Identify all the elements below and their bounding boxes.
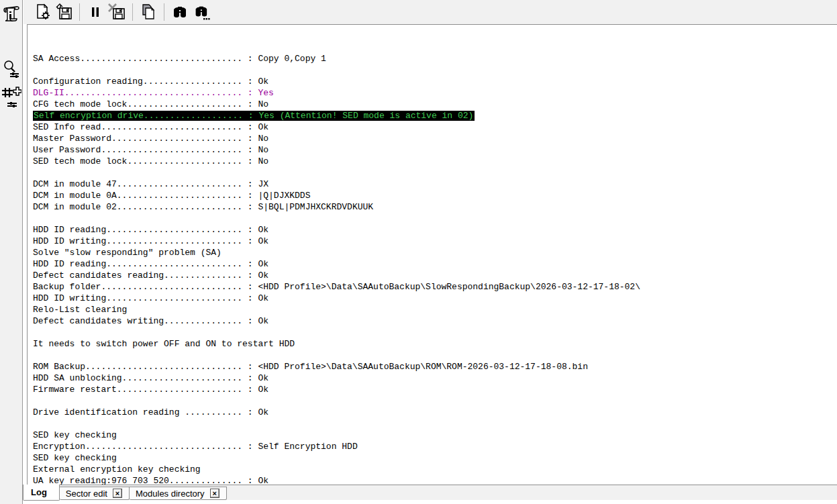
log-line: Relo-List clearing [33,304,837,315]
tab-bar: Log Sector edit × Modules directory × [23,485,837,500]
close-icon[interactable]: × [210,489,219,498]
toolbar-separator [132,3,133,21]
log-line: HDD ID reading..........................… [33,224,837,236]
copy-button[interactable] [138,2,159,22]
log-line: External encryption key checking [33,464,837,475]
app: { "colors": { "chrome_bg": "#f1f1f1", "p… [0,0,837,504]
new-log-icon [33,3,52,21]
save-log-button[interactable] [53,2,75,22]
log-line: ROM Backup..............................… [33,361,837,372]
log-line: Solve "slow responding" problem (SA) [33,247,837,258]
tab-modules-directory[interactable]: Modules directory × [130,487,227,500]
log-panel[interactable]: SA Access...............................… [27,24,837,485]
log-line: SA Access...............................… [33,53,837,64]
log-line: Master Password.........................… [33,133,837,144]
toolbar-separator [164,3,164,21]
cancel-save-icon [107,3,127,21]
log-line: SED tech mode lock......................… [33,156,837,167]
close-icon[interactable]: × [113,489,122,498]
log-line: User Password...........................… [33,144,837,156]
sidebar-button-log[interactable] [0,1,22,28]
log-line: SED Info read...........................… [33,121,837,133]
copy-icon [140,3,157,21]
save-log-icon [54,3,73,21]
log-line: SED key checking [33,452,837,464]
sidebar-button-search[interactable] [0,56,22,83]
log-line [33,167,837,179]
log-line: Backup folder...........................… [33,281,837,293]
tab-label: Log [31,487,47,497]
sidebar-button-modules[interactable] [0,85,22,111]
tab-label: Sector edit [66,489,107,499]
log-line: Configuration reading...................… [33,76,837,87]
left-toolbar [0,0,23,504]
log-line: DLG-II..................................… [33,87,837,99]
modules-grid-icon [1,86,21,110]
pause-icon [87,4,103,20]
log-line [33,64,837,76]
log-line [33,327,837,338]
log-line: DCM in module 47........................… [33,179,837,190]
log-line: HDD ID reading..........................… [33,258,837,270]
log-lines: SA Access...............................… [33,53,837,485]
find-icon [171,4,189,20]
cancel-save-button[interactable] [106,2,128,22]
log-line: Firmware restart........................… [33,384,837,395]
log-line: DCM in module 0A........................… [33,190,837,201]
search-settings-icon [2,59,21,81]
log-line [33,395,837,407]
log-line: HDD ID writing..........................… [33,236,837,247]
log-line: HDD SA unblocking.......................… [33,372,837,384]
tab-sector-edit[interactable]: Sector edit × [60,487,130,500]
log-line-highlighted: Self encryption drive...................… [33,111,475,121]
toolbar-separator [79,3,80,21]
log-line: SED key checking [33,430,837,441]
pause-log-button[interactable] [85,2,106,22]
log-line: Self encryption drive...................… [33,110,837,121]
log-line [33,350,837,361]
log-line [33,213,837,224]
log-line: UA key reading:976 703 520..............… [33,475,837,485]
log-scroll-icon [3,5,20,23]
log-line: DCM in module 02........................… [33,201,837,213]
tab-label: Modules directory [136,489,205,499]
find-next-button[interactable] [191,2,212,22]
log-line: Defect candidates reading...............… [33,270,837,281]
log-line: Encryption..............................… [33,441,837,452]
tab-log[interactable]: Log [23,485,60,501]
new-log-button[interactable] [32,2,53,22]
log-line: Drive identification reading ...........… [33,407,837,418]
find-next-icon [193,4,210,20]
find-button[interactable] [169,2,191,22]
log-line [33,418,837,430]
log-line: CFG tech mode lock......................… [33,99,837,110]
log-line: HDD ID writing..........................… [33,293,837,304]
log-line: Defect candidates writing...............… [33,315,837,327]
main-toolbar [23,0,837,24]
log-line: It needs to switch power OFF and ON to r… [33,338,837,350]
